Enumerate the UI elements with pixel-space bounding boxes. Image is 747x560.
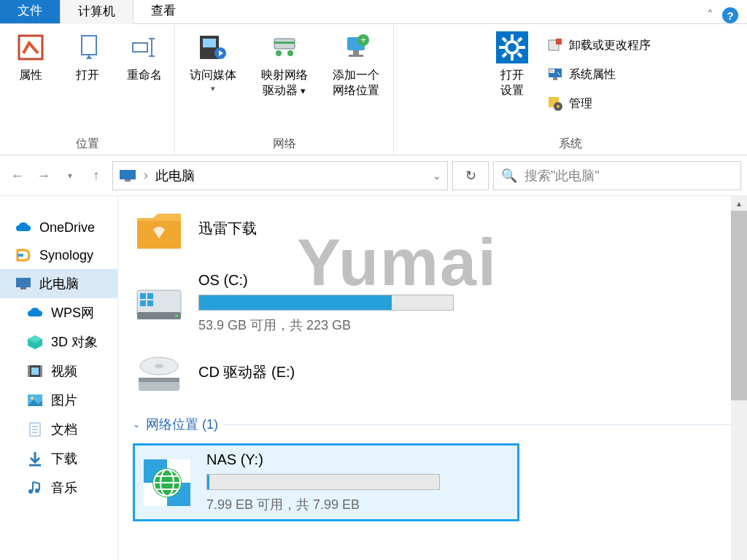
manage-label: 管理	[569, 96, 592, 112]
thispc-icon	[119, 169, 136, 182]
drive-e[interactable]: CD 驱动器 (E:)	[133, 349, 732, 401]
properties-icon	[15, 31, 47, 63]
document-icon	[26, 421, 44, 438]
breadcrumb-thispc[interactable]: 此电脑	[155, 167, 195, 184]
nas-selected[interactable]: NAS (Y:) 7.99 EB 可用，共 7.99 EB	[133, 443, 519, 521]
map-drive-l1: 映射网络	[261, 68, 308, 83]
sidebar-item-downloads[interactable]: 下载	[0, 444, 117, 473]
sidebar-onedrive-label: OneDrive	[39, 220, 95, 236]
sidebar-item-music[interactable]: 音乐	[0, 473, 117, 502]
search-placeholder: 搜索"此电脑"	[525, 167, 600, 184]
scrollbar[interactable]: ▴	[731, 196, 747, 560]
history-dropdown[interactable]: ▾	[58, 164, 82, 187]
svg-point-35	[557, 105, 560, 108]
synology-icon	[15, 247, 32, 263]
collapse-ribbon-icon[interactable]: ˄	[707, 7, 713, 23]
svg-rect-31	[553, 77, 557, 80]
sidebar-item-synology[interactable]: Synology	[0, 241, 117, 269]
svg-rect-7	[203, 39, 216, 47]
access-media-label: 访问媒体	[190, 68, 236, 83]
properties-button[interactable]: 属性	[4, 31, 57, 83]
svg-rect-0	[19, 36, 42, 59]
back-button[interactable]: ←	[6, 164, 29, 187]
sidebar-pictures-label: 图片	[51, 392, 77, 409]
uninstall-button[interactable]: 卸载或更改程序	[543, 34, 655, 56]
add-loc-l2: 网络位置	[333, 83, 379, 98]
search-icon: 🔍	[501, 168, 517, 184]
uninstall-label: 卸载或更改程序	[569, 38, 651, 53]
map-drive-icon	[268, 31, 301, 63]
tab-computer[interactable]: 计算机	[60, 0, 133, 24]
music-icon	[26, 480, 44, 496]
scroll-up-icon[interactable]: ▴	[731, 196, 747, 211]
manage-button[interactable]: 管理	[543, 93, 655, 114]
sidebar-item-pictures[interactable]: 图片	[0, 386, 117, 415]
sidebar-item-onedrive[interactable]: OneDrive	[0, 214, 117, 241]
open-settings-l2: 设置	[500, 83, 524, 98]
svg-rect-40	[20, 287, 26, 289]
monitor-icon	[547, 66, 563, 82]
content-pane: Yumai 迅雷下载 OS (C:) 53.9 GB 可用，共 223 GB	[118, 196, 747, 560]
access-media-button[interactable]: 访问媒体 ▾	[179, 31, 247, 93]
sidebar-docs-label: 文档	[51, 421, 77, 438]
rename-icon	[128, 31, 160, 63]
net-header-label: 网络位置 (1)	[146, 416, 218, 433]
sidebar-item-thispc[interactable]: 此电脑	[0, 269, 117, 298]
sidebar-thispc-label: 此电脑	[39, 275, 79, 292]
svg-rect-37	[125, 179, 131, 182]
sidebar-synology-label: Synology	[39, 248, 93, 263]
help-icon[interactable]: ?	[722, 7, 738, 23]
system-properties-button[interactable]: 系统属性	[543, 63, 655, 85]
drive-c-title: OS (C:)	[198, 272, 732, 289]
open-button[interactable]: 打开	[61, 31, 114, 83]
sidebar-item-video[interactable]: 视频	[0, 357, 117, 386]
svg-point-62	[155, 364, 163, 368]
rename-button[interactable]: 重命名	[118, 31, 171, 83]
gear-icon	[496, 31, 528, 63]
tab-view[interactable]: 查看	[133, 0, 193, 23]
svg-rect-1	[82, 36, 96, 55]
navbar: ← → ▾ ↑ › 此电脑 ⌄ ↻ 🔍 搜索"此电脑"	[0, 155, 747, 196]
ribbon-group-system: 打开 设置 卸载或更改程序 系统属性 管理 系统	[394, 24, 747, 155]
svg-point-11	[276, 50, 282, 56]
svg-point-60	[175, 314, 178, 317]
add-location-icon: +	[340, 31, 372, 63]
cloud-icon	[15, 219, 32, 236]
drive-c-sub: 53.9 GB 可用，共 223 GB	[198, 316, 732, 334]
svg-rect-2	[133, 43, 147, 52]
ribbon-tabs: 文件 计算机 查看 ˄ ?	[0, 0, 747, 24]
svg-rect-56	[140, 293, 146, 299]
sidebar-item-wps[interactable]: WPS网	[0, 298, 117, 327]
sidebar-video-label: 视频	[51, 362, 77, 380]
up-button[interactable]: ↑	[85, 164, 108, 187]
refresh-button[interactable]: ↻	[452, 161, 489, 190]
forward-button[interactable]: →	[32, 164, 55, 187]
chevron-down-icon: ⌄	[133, 419, 140, 429]
sidebar: OneDrive Synology 此电脑 WPS网 3D 对象 视频 图片	[0, 196, 118, 560]
folder-xunlei[interactable]: 迅雷下载	[133, 205, 732, 257]
media-icon	[197, 31, 229, 63]
sidebar-item-3d[interactable]: 3D 对象	[0, 327, 117, 357]
svg-rect-36	[120, 170, 136, 179]
dropdown-icon: ▾	[211, 83, 215, 93]
svg-point-52	[28, 489, 33, 494]
map-drive-button[interactable]: 映射网络 驱动器 ▾	[251, 31, 318, 98]
drive-c-fill	[199, 295, 392, 310]
address-bar[interactable]: › 此电脑 ⌄	[112, 161, 448, 190]
sidebar-music-label: 音乐	[51, 479, 77, 497]
open-settings-button[interactable]: 打开 设置	[486, 31, 538, 98]
address-dropdown-icon[interactable]: ⌄	[433, 170, 441, 182]
svg-point-12	[287, 50, 293, 56]
uninstall-icon	[547, 37, 563, 53]
folder-icon	[133, 205, 185, 257]
tab-file[interactable]: 文件	[0, 0, 60, 23]
search-box[interactable]: 🔍 搜索"此电脑"	[493, 161, 741, 190]
ribbon-group-location: 属性 打开 重命名 位置	[0, 24, 175, 155]
network-locations-header[interactable]: ⌄ 网络位置 (1)	[133, 416, 732, 433]
svg-rect-14	[353, 50, 359, 55]
scroll-thumb[interactable]	[731, 211, 747, 400]
drive-c[interactable]: OS (C:) 53.9 GB 可用，共 223 GB	[133, 272, 732, 334]
download-icon	[26, 451, 44, 467]
sidebar-item-docs[interactable]: 文档	[0, 415, 117, 444]
add-location-button[interactable]: + 添加一个 网络位置	[322, 31, 390, 98]
